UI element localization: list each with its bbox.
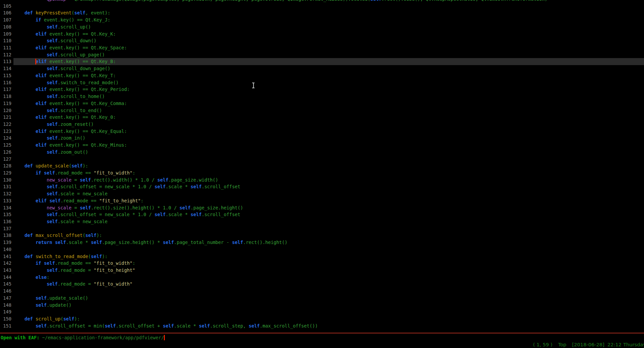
code-line[interactable]: 107 if event.key() == Qt.Key_J: <box>0 16 644 23</box>
code-line[interactable]: 146 <box>0 288 644 295</box>
code-text[interactable] <box>13 246 644 253</box>
code-text[interactable]: elif event.key() == Qt.Key_Equal: <box>13 128 644 135</box>
code-line[interactable]: 106 def keyPressEvent(self, event): <box>0 9 644 16</box>
code-buffer[interactable]: qpixmap = QPixmap.fromImage(QImage(page.… <box>0 0 644 330</box>
code-line[interactable]: 150 def scroll_up(self): <box>0 315 644 322</box>
minibuffer-input[interactable]: ~/emacs-application-framework/app/pdfvie… <box>42 335 164 340</box>
code-line[interactable]: 108 self.scroll_up() <box>0 23 644 31</box>
code-text[interactable] <box>13 225 644 232</box>
code-line[interactable]: 120 self.scroll_to_end() <box>0 107 644 114</box>
code-text[interactable]: self.read_mode = "fit_to_width" <box>13 281 644 288</box>
code-text[interactable]: self.zoom_in() <box>13 135 644 142</box>
code-text[interactable]: self.scroll_up_page() <box>13 51 644 58</box>
code-text[interactable]: def switch_to_read_mode(self): <box>13 253 644 260</box>
code-line[interactable]: 130 new_scale = self.rect().width() * 1.… <box>0 177 644 184</box>
code-text[interactable]: elif event.key() == Qt.Key_Minus: <box>13 142 644 149</box>
code-text[interactable]: qpixmap = QPixmap.fromImage(QImage(page.… <box>13 0 644 3</box>
code-text[interactable]: self.read_mode = "fit_to_height" <box>13 267 644 274</box>
code-line[interactable]: 141 def switch_to_read_mode(self): <box>0 253 644 260</box>
code-line[interactable]: 114 self.scroll_down_page() <box>0 65 644 72</box>
code-line[interactable]: 142 if self.read_mode == "fit_to_width": <box>0 260 644 267</box>
code-text[interactable]: def max_scroll_offset(self): <box>13 232 644 239</box>
code-line[interactable]: 138 def max_scroll_offset(self): <box>0 232 644 239</box>
code-text[interactable]: elif event.key() == Qt.Key_Period: <box>13 86 644 93</box>
code-line[interactable]: 137 <box>0 225 644 232</box>
code-line[interactable]: 143 self.read_mode = "fit_to_height" <box>0 267 644 274</box>
code-text[interactable]: elif event.key() == Qt.Key_T: <box>13 72 644 79</box>
code-text[interactable]: new_scale = self.rect().size().height() … <box>13 204 644 211</box>
code-text[interactable]: self.scroll_up() <box>13 23 644 31</box>
code-text[interactable]: new_scale = self.rect().width() * 1.0 / … <box>13 177 644 184</box>
code-line[interactable]: 124 self.zoom_in() <box>0 135 644 142</box>
code-line[interactable]: 105 <box>0 3 644 10</box>
code-text[interactable]: self.scroll_to_home() <box>13 93 644 100</box>
code-line[interactable]: 123 elif event.key() == Qt.Key_Equal: <box>0 128 644 135</box>
code-line[interactable]: 122 self.zoom_reset() <box>0 121 644 128</box>
code-line[interactable]: 126 self.zoom_out() <box>0 149 644 156</box>
code-line[interactable]: 127 <box>0 156 644 163</box>
code-text[interactable] <box>13 3 644 10</box>
code-line[interactable]: 121 elif event.key() == Qt.Key_0: <box>0 114 644 121</box>
code-text[interactable]: elif event.key() == Qt.Key_Space: <box>13 44 644 51</box>
code-text[interactable]: self.scroll_down() <box>13 37 644 44</box>
code-line[interactable]: 139 return self.scale * self.page_size.h… <box>0 239 644 246</box>
code-text[interactable]: self.scroll_offset = min(self.scroll_off… <box>13 322 644 330</box>
code-line[interactable]: 133 elif self.read_mode == "fit_to_heigh… <box>0 197 644 204</box>
code-text[interactable]: self.scroll_to_end() <box>13 107 644 114</box>
code-text[interactable]: self.zoom_out() <box>13 149 644 156</box>
code-text[interactable]: def update_scale(self): <box>13 162 644 169</box>
code-text[interactable]: elif event.key() == Qt.Key_B: <box>13 58 644 65</box>
code-text[interactable]: self.scale = new_scale <box>13 218 644 225</box>
code-text[interactable]: self.scroll_offset = new_scale * 1.0 / s… <box>13 183 644 190</box>
code-text[interactable]: elif event.key() == Qt.Key_0: <box>13 114 644 121</box>
code-line[interactable]: 117 elif event.key() == Qt.Key_Period: <box>0 86 644 93</box>
code-line[interactable]: 149 <box>0 308 644 315</box>
code-text[interactable]: if event.key() == Qt.Key_J: <box>13 16 644 23</box>
code-line[interactable]: 119 elif event.key() == Qt.Key_Comma: <box>0 100 644 107</box>
code-text[interactable]: self.zoom_reset() <box>13 121 644 128</box>
code-line[interactable]: 145 self.read_mode = "fit_to_width" <box>0 281 644 288</box>
code-line[interactable]: 110 self.scroll_down() <box>0 37 644 44</box>
code-line[interactable]: 125 elif event.key() == Qt.Key_Minus: <box>0 142 644 149</box>
code-text[interactable]: self.scroll_offset = new_scale * 1.0 / s… <box>13 211 644 218</box>
code-line[interactable]: 151 self.scroll_offset = min(self.scroll… <box>0 322 644 330</box>
code-text[interactable] <box>13 288 644 295</box>
code-line[interactable]: 135 self.scroll_offset = new_scale * 1.0… <box>0 211 644 218</box>
code-line[interactable]: 147 self.update_scale() <box>0 295 644 302</box>
line-number: 143 <box>0 267 13 274</box>
code-line[interactable]: 128 def update_scale(self): <box>0 162 644 169</box>
code-line[interactable]: 113 elif event.key() == Qt.Key_B: <box>0 58 644 65</box>
code-text[interactable]: self.scale = new_scale <box>13 190 644 197</box>
code-line[interactable]: 144 else: <box>0 274 644 281</box>
code-text[interactable]: self.scroll_down_page() <box>13 65 644 72</box>
code-text[interactable]: else: <box>13 274 644 281</box>
code-line[interactable]: 115 elif event.key() == Qt.Key_T: <box>0 72 644 79</box>
code-line[interactable]: 136 self.scale = new_scale <box>0 218 644 225</box>
code-text[interactable]: self.update() <box>13 302 644 309</box>
code-text[interactable]: if self.read_mode == "fit_to_width": <box>13 260 644 267</box>
code-line[interactable]: 112 self.scroll_up_page() <box>0 51 644 58</box>
code-text[interactable] <box>13 308 644 315</box>
code-text[interactable]: if self.read_mode == "fit_to_width": <box>13 169 644 177</box>
code-line[interactable]: 109 elif event.key() == Qt.Key_K: <box>0 31 644 38</box>
code-line[interactable]: 132 self.scale = new_scale <box>0 190 644 197</box>
minibuffer[interactable]: Open with EAF: ~/emacs-application-frame… <box>1 334 165 341</box>
code-text[interactable]: self.update_scale() <box>13 295 644 302</box>
code-text[interactable]: elif event.key() == Qt.Key_Comma: <box>13 100 644 107</box>
code-text[interactable]: return self.scale * self.page_size.heigh… <box>13 239 644 246</box>
code-line[interactable]: 116 self.switch_to_read_mode() <box>0 79 644 86</box>
code-line[interactable]: 131 self.scroll_offset = new_scale * 1.0… <box>0 183 644 190</box>
code-line[interactable]: 140 <box>0 246 644 253</box>
code-text[interactable]: def keyPressEvent(self, event): <box>13 9 644 16</box>
code-line[interactable]: 134 new_scale = self.rect().size().heigh… <box>0 204 644 211</box>
code-text[interactable]: self.switch_to_read_mode() <box>13 79 644 86</box>
code-line[interactable]: 118 self.scroll_to_home() <box>0 93 644 100</box>
code-text[interactable]: elif event.key() == Qt.Key_K: <box>13 31 644 38</box>
code-text[interactable]: elif self.read_mode == "fit_to_height": <box>13 197 644 204</box>
code-line[interactable]: 111 elif event.key() == Qt.Key_Space: <box>0 44 644 51</box>
code-line[interactable]: 129 if self.read_mode == "fit_to_width": <box>0 169 644 177</box>
code-line-partial[interactable]: qpixmap = QPixmap.fromImage(QImage(page.… <box>0 0 644 3</box>
code-text[interactable]: def scroll_up(self): <box>13 315 644 322</box>
code-line[interactable]: 148 self.update() <box>0 302 644 309</box>
code-text[interactable] <box>13 156 644 163</box>
